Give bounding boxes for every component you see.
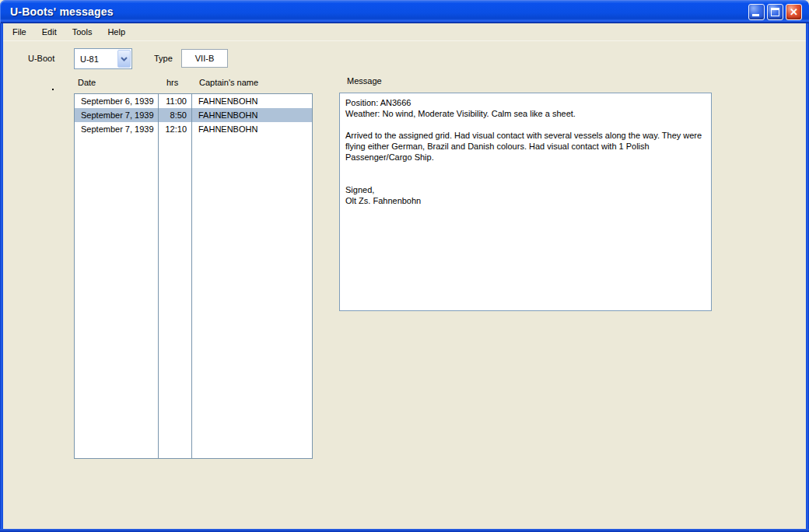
close-button[interactable]: ✕: [786, 4, 802, 20]
window-controls: ✕: [748, 4, 802, 20]
app-window: U-Boots' messages ✕ File Edit Tools Help…: [0, 0, 809, 532]
cell-hrs: 12:10: [158, 122, 191, 136]
menubar: File Edit Tools Help: [3, 23, 806, 41]
window-frame-bottom: [0, 529, 809, 532]
menu-edit[interactable]: Edit: [36, 24, 63, 40]
menu-file[interactable]: File: [6, 24, 33, 40]
window-frame-right: [806, 23, 809, 532]
uboot-combobox-dropdown-button[interactable]: [117, 50, 131, 68]
minimize-icon: [752, 14, 759, 16]
titlebar: U-Boots' messages ✕: [0, 0, 809, 23]
maximize-icon: [771, 8, 779, 16]
uboot-combobox[interactable]: U-81: [74, 48, 132, 69]
cell-captain: FAHNENBOHN: [191, 94, 312, 108]
menu-tools[interactable]: Tools: [66, 24, 99, 40]
message-textbox[interactable]: Position: AN3666 Weather: No wind, Moder…: [339, 93, 712, 311]
uboot-combobox-value: U-81: [75, 54, 117, 64]
type-field[interactable]: VII-B: [181, 49, 228, 68]
column-separator: [158, 94, 159, 458]
column-header-date: Date: [78, 78, 96, 87]
message-label: Message: [347, 76, 382, 86]
close-icon: ✕: [786, 5, 801, 19]
column-header-hrs: hrs: [166, 78, 178, 87]
messages-table[interactable]: September 6, 1939 11:00 FAHNENBOHN Septe…: [74, 93, 313, 459]
uboot-label: U-Boot: [28, 54, 54, 63]
table-row[interactable]: September 7, 1939 12:10 FAHNENBOHN: [75, 122, 312, 136]
window-title: U-Boots' messages: [10, 0, 114, 23]
cell-date: September 6, 1939: [75, 94, 158, 108]
maximize-button[interactable]: [767, 4, 783, 20]
table-body: September 6, 1939 11:00 FAHNENBOHN Septe…: [75, 94, 312, 136]
type-label: Type: [154, 54, 173, 63]
cell-hrs: 8:50: [158, 108, 191, 122]
stray-dot: [52, 89, 54, 90]
cell-date: September 7, 1939: [75, 122, 158, 136]
menu-help[interactable]: Help: [101, 24, 131, 40]
window-frame-left: [0, 23, 3, 532]
table-row[interactable]: September 6, 1939 11:00 FAHNENBOHN: [75, 94, 312, 108]
chevron-down-icon: [121, 57, 128, 61]
minimize-button[interactable]: [748, 4, 765, 20]
cell-captain: FAHNENBOHN: [191, 108, 312, 122]
cell-captain: FAHNENBOHN: [191, 122, 312, 136]
cell-date: September 7, 1939: [75, 108, 158, 122]
cell-hrs: 11:00: [158, 94, 191, 108]
column-separator: [191, 94, 192, 458]
column-header-captain: Captain's name: [199, 78, 258, 87]
table-row[interactable]: September 7, 1939 8:50 FAHNENBOHN: [75, 108, 312, 122]
